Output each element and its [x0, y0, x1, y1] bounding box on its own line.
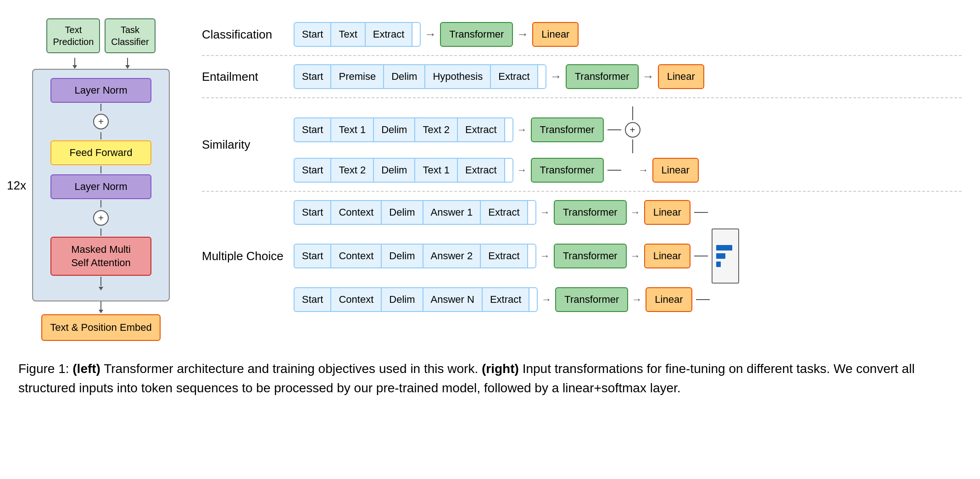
classification-label: Classification: [202, 28, 284, 42]
seq-extract: Extract: [365, 22, 412, 47]
bar-row-3: [716, 262, 735, 267]
linear-classification: Linear: [532, 22, 579, 47]
seq-delim: Delim: [381, 200, 422, 225]
seq-text1: Text 1: [414, 158, 457, 183]
sim-line2: [607, 170, 621, 171]
mc-line2: [694, 256, 708, 256]
transformer-block: Layer Norm + Feed Forward Layer Norm +: [32, 69, 170, 301]
seq-start: Start: [294, 22, 330, 47]
seq-start: Start: [294, 158, 330, 183]
mc-row1: Start Context Delim Answer 1 Extract → T…: [294, 200, 739, 225]
bar-fill-3: [716, 262, 721, 267]
task-multiple-choice: Multiple Choice Start Context Delim Answ…: [202, 192, 962, 320]
plus-residual-bottom: +: [93, 210, 109, 226]
similarity-row2: Start Text 2 Delim Text 1 Extract → Tran…: [294, 158, 699, 183]
seq-extract: Extract: [490, 64, 538, 89]
similarity-content: Start Text 1 Delim Text 2 Extract → Tran…: [294, 106, 699, 183]
seq-delim: Delim: [381, 287, 422, 312]
seq-context: Context: [330, 244, 381, 268]
seq-context: Context: [330, 287, 381, 312]
seq-text2: Text 2: [414, 117, 457, 142]
arrow-mc1: →: [540, 206, 550, 218]
transformer-entailment: Transformer: [566, 64, 639, 89]
linear-mc3: Linear: [646, 287, 692, 312]
seq-extract: Extract: [480, 244, 528, 268]
bar-fill-2: [716, 253, 725, 259]
similarity-row1: Start Text 1 Delim Text 2 Extract → Tran…: [294, 106, 699, 153]
right-panel: Classification Start Text Extract → Tran…: [202, 14, 962, 320]
attention-box: Masked MultiSelf Attention: [50, 237, 151, 276]
seq-start: Start: [294, 287, 330, 312]
arrow-r1: →: [517, 124, 527, 136]
mc-row2: Start Context Delim Answer 2 Extract → T…: [294, 228, 739, 284]
multiple-choice-content: Start Context Delim Answer 1 Extract → T…: [294, 200, 739, 312]
seq-premise: Premise: [330, 64, 383, 89]
bar-fill-1: [716, 245, 732, 251]
mc-line3: [696, 299, 710, 300]
similarity-label: Similarity: [202, 138, 284, 152]
main-container: TextPrediction TaskClassifier 12x: [18, 14, 962, 398]
seq-delim: Delim: [373, 158, 414, 183]
caption-text: Figure 1: (left) Transformer architectur…: [18, 362, 915, 395]
entailment-sequences: Start Premise Delim Hypothesis Extract →…: [294, 64, 704, 89]
task-entailment: Entailment Start Premise Delim Hypothesi…: [202, 56, 962, 98]
softmax-chart: [712, 228, 739, 284]
transformer-mc3: Transformer: [555, 287, 628, 312]
seq-delim: Delim: [381, 244, 422, 268]
arrow-mc2: →: [540, 250, 550, 262]
arrow-r2: →: [517, 164, 527, 176]
seq-text2: Text 2: [330, 158, 373, 183]
linear-mc1: Linear: [644, 200, 690, 225]
seq-start: Start: [294, 64, 330, 89]
seq-extract: Extract: [480, 200, 528, 225]
linear-entailment: Linear: [658, 64, 704, 89]
seq-start: Start: [294, 244, 330, 268]
seq-start: Start: [294, 200, 330, 225]
layer-norm-bottom: Layer Norm: [50, 174, 151, 199]
layer-norm-top: Layer Norm: [50, 78, 151, 103]
entailment-seq: Start Premise Delim Hypothesis Extract →…: [294, 64, 704, 89]
task-classifier-box: TaskClassifier: [105, 18, 155, 53]
classification-sequences: Start Text Extract → Transformer → Linea…: [294, 22, 579, 47]
arrow-1: →: [424, 28, 436, 41]
transformer-mc2: Transformer: [554, 244, 627, 268]
seq-start: Start: [294, 117, 330, 142]
arrow-mc3b: →: [632, 294, 642, 306]
seq-delim: Delim: [383, 64, 424, 89]
seq-answern: Answer N: [423, 287, 482, 312]
seq-context: Context: [330, 200, 381, 225]
plus-residual-top: +: [93, 114, 109, 129]
seq-extract: Extract: [457, 117, 505, 142]
embed-box: Text & Position Embed: [41, 314, 161, 341]
multiple-choice-label: Multiple Choice: [202, 249, 284, 263]
arrow-to-linear: →: [639, 164, 649, 176]
linear-similarity: Linear: [652, 158, 699, 183]
task-similarity: Similarity Start Text 1 Delim Text 2 Ext…: [202, 98, 962, 192]
diagram-row: TextPrediction TaskClassifier 12x: [18, 14, 962, 341]
arrow-mc3: →: [541, 294, 551, 306]
similarity-plus: +: [625, 122, 640, 138]
arrow-2: →: [642, 70, 654, 84]
transformer-mc1: Transformer: [554, 200, 627, 225]
classification-seq: Start Text Extract → Transformer → Linea…: [294, 22, 579, 47]
seq-text: Text: [330, 22, 364, 47]
top-outputs: TextPrediction TaskClassifier: [46, 18, 155, 53]
seq-hypothesis: Hypothesis: [424, 64, 490, 89]
seq-extract: Extract: [482, 287, 529, 312]
seq-extract: Extract: [457, 158, 505, 183]
task-classification: Classification Start Text Extract → Tran…: [202, 14, 962, 56]
seq-text1: Text 1: [330, 117, 373, 142]
seq-answer2: Answer 2: [423, 244, 480, 268]
left-panel: TextPrediction TaskClassifier 12x: [18, 14, 184, 341]
seq-delim: Delim: [373, 117, 414, 142]
transformer-classification: Transformer: [440, 22, 513, 47]
feed-forward-box: Feed Forward: [50, 140, 151, 165]
sim-plus-area: +: [625, 106, 640, 153]
text-prediction-box: TextPrediction: [46, 18, 100, 53]
arrow-1: →: [550, 70, 562, 84]
twelve-x-label: 12x: [7, 178, 26, 192]
bar-row-2: [716, 253, 735, 259]
arrow-mc1b: →: [630, 206, 640, 218]
transformer-sim1: Transformer: [531, 117, 604, 142]
seq-answer1: Answer 1: [423, 200, 480, 225]
